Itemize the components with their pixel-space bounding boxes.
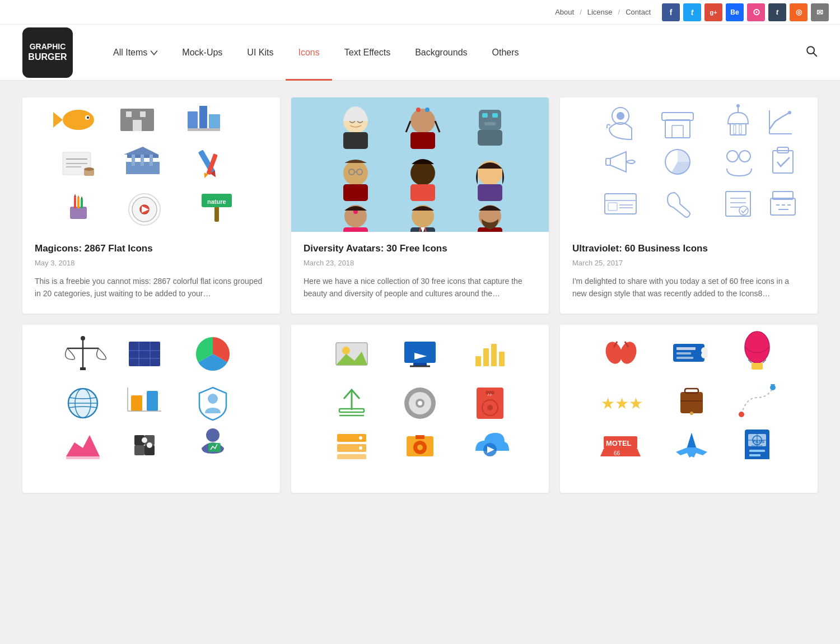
- svg-rect-208: [749, 450, 765, 452]
- svg-rect-81: [665, 120, 690, 138]
- nav-mockups[interactable]: Mock-Ups: [170, 25, 235, 81]
- svg-rect-97: [773, 151, 793, 173]
- nav-text-effects[interactable]: Text Effects: [332, 25, 403, 81]
- svg-rect-137: [134, 445, 144, 455]
- svg-rect-186: [676, 357, 693, 359]
- svg-rect-85: [734, 125, 736, 134]
- svg-rect-194: [685, 389, 698, 393]
- nav-icons[interactable]: Icons: [286, 25, 332, 81]
- svg-rect-30: [70, 207, 87, 219]
- svg-rect-129: [131, 395, 142, 411]
- svg-point-108: [739, 206, 748, 215]
- svg-rect-184: [676, 347, 696, 350]
- svg-rect-11: [199, 106, 207, 128]
- svg-point-133: [208, 394, 218, 404]
- twitter-icon[interactable]: t: [683, 3, 701, 21]
- svg-rect-82: [662, 113, 693, 120]
- dropdown-arrow-icon: [151, 49, 157, 56]
- svg-rect-13: [188, 128, 220, 131]
- ultraviolet-preview-svg: [560, 97, 818, 232]
- svg-rect-24: [150, 155, 153, 166]
- svg-rect-84: [730, 124, 746, 135]
- svg-rect-7: [126, 111, 132, 117]
- dribbble-icon[interactable]: ⊙: [747, 3, 765, 21]
- svg-rect-10: [188, 111, 198, 128]
- magicons-preview-svg: nature: [22, 97, 280, 232]
- svg-rect-209: [749, 454, 760, 456]
- logo-line2: Burger: [28, 52, 67, 63]
- email-icon[interactable]: ✉: [811, 3, 829, 21]
- svg-point-89: [788, 111, 791, 114]
- svg-text:PASS: PASS: [753, 439, 765, 444]
- svg-point-144: [342, 347, 350, 354]
- behance-icon[interactable]: Be: [726, 3, 744, 21]
- card-5-image: ♪♪: [291, 325, 549, 459]
- svg-text:MOTEL: MOTEL: [606, 439, 632, 447]
- svg-rect-118: [80, 367, 86, 370]
- svg-text:nature: nature: [207, 198, 226, 205]
- rss-icon[interactable]: ◎: [790, 3, 808, 21]
- svg-point-53: [416, 108, 421, 112]
- nav-backgrounds[interactable]: Backgrounds: [403, 25, 479, 81]
- svg-point-117: [81, 336, 85, 340]
- card-magicons-body: Magicons: 2867 Flat Icons May 3, 2018 Th…: [22, 232, 280, 314]
- google-plus-icon[interactable]: g+: [704, 3, 722, 21]
- svg-text:♪♪: ♪♪: [487, 392, 492, 397]
- tumblr-icon[interactable]: t: [768, 3, 786, 21]
- card-magicons: nature Magicons: 2867 Flat Icons May 3, …: [22, 97, 280, 314]
- svg-rect-61: [343, 184, 368, 201]
- card-4-image: [22, 325, 280, 459]
- nav-others[interactable]: Others: [480, 25, 531, 81]
- card-diversity-title: Diversity Avatars: 30 Free Icons: [304, 243, 536, 254]
- svg-rect-59: [478, 130, 502, 146]
- card-ultraviolet: Ultraviolet: 60 Business Icons March 25,…: [560, 97, 818, 314]
- svg-point-19: [84, 167, 94, 171]
- card-magicons-date: May 3, 2018: [35, 259, 268, 267]
- svg-point-128: [68, 389, 97, 418]
- svg-rect-189: [752, 363, 763, 370]
- svg-rect-50: [410, 132, 435, 149]
- svg-rect-109: [771, 198, 795, 215]
- facebook-icon[interactable]: f: [662, 3, 680, 21]
- svg-text:66: 66: [614, 450, 620, 456]
- card-diversity-body: Diversity Avatars: 30 Free Icons March 2…: [291, 232, 549, 314]
- svg-rect-101: [608, 203, 617, 211]
- svg-rect-152: [491, 344, 497, 366]
- card-ultraviolet-title: Ultraviolet: 60 Business Icons: [572, 243, 805, 254]
- top-bar-links: About / License / Contact: [555, 8, 651, 16]
- svg-rect-23: [141, 155, 144, 166]
- svg-text:PORT: PORT: [752, 445, 763, 449]
- svg-rect-99: [605, 194, 636, 214]
- card-magicons-image: nature: [22, 97, 280, 232]
- card5-preview-svg: ♪♪: [291, 325, 549, 459]
- svg-rect-31: [74, 197, 76, 208]
- card-ultraviolet-image: [560, 97, 818, 232]
- contact-link[interactable]: Contact: [626, 8, 651, 16]
- svg-marker-3: [53, 112, 63, 128]
- svg-rect-174: [416, 435, 424, 439]
- svg-point-95: [727, 151, 738, 162]
- card-magicons-desc: This is a freebie you cannot miss: 2867 …: [35, 275, 268, 300]
- svg-rect-56: [482, 113, 488, 118]
- license-link[interactable]: License: [587, 8, 613, 16]
- svg-rect-58: [484, 122, 496, 125]
- search-icon[interactable]: [805, 45, 818, 60]
- svg-rect-8: [140, 111, 146, 117]
- svg-point-196: [690, 412, 693, 415]
- svg-marker-36: [81, 196, 83, 199]
- nav-ui-kits[interactable]: UI Kits: [235, 25, 286, 81]
- nav-all-items[interactable]: All Items: [101, 25, 170, 81]
- about-link[interactable]: About: [555, 8, 574, 16]
- svg-point-80: [617, 112, 624, 120]
- card-4-body: [22, 459, 280, 493]
- svg-line-1: [814, 53, 817, 56]
- svg-marker-92: [610, 152, 626, 172]
- logo[interactable]: Graphic Burger: [22, 27, 73, 78]
- card-diversity-date: March 23, 2018: [304, 259, 536, 267]
- svg-rect-86: [739, 125, 741, 134]
- svg-marker-34: [74, 194, 76, 197]
- svg-point-197: [739, 412, 744, 417]
- svg-rect-104: [726, 192, 750, 216]
- svg-point-178: [618, 340, 638, 366]
- svg-line-51: [406, 121, 410, 132]
